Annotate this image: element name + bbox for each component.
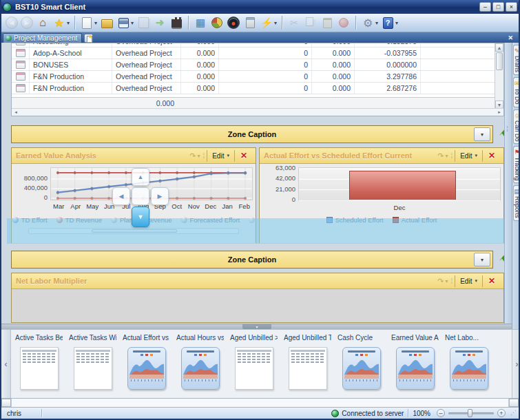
share-icon[interactable]: ↷: [189, 151, 196, 160]
chevron-down-icon[interactable]: ▾: [445, 278, 448, 284]
scrollbar-track[interactable]: [11, 399, 509, 407]
dock-right-button[interactable]: ▶: [151, 187, 169, 205]
nlm-panel-header[interactable]: Net Labor Multiplier ↷ ▾ ⁞ Edit ▾ ✕: [12, 273, 503, 289]
zoom-in-button[interactable]: +: [497, 409, 506, 417]
thumb-title-bar: [348, 350, 375, 353]
scroll-right-icon[interactable]: ▸: [495, 109, 503, 116]
gallery-item[interactable]: Active Tasks With...: [69, 334, 116, 390]
effort-edit-button[interactable]: Edit ▾: [455, 150, 483, 162]
share-icon[interactable]: ↷: [437, 151, 444, 160]
scrollbar-right-button[interactable]: [509, 399, 519, 407]
gallery-item[interactable]: Net Labo...: [445, 334, 492, 390]
dropdown-caret-icon[interactable]: ▾: [395, 20, 398, 26]
help-button[interactable]: ▾: [379, 14, 399, 31]
home-button[interactable]: ⌂: [34, 14, 51, 31]
dropdown-caret-icon[interactable]: ▾: [131, 20, 134, 26]
table-thumbnail[interactable]: [235, 347, 273, 390]
scrollbar-left-button[interactable]: [1, 399, 11, 407]
chart-thumbnail[interactable]: [342, 347, 381, 390]
dock-left-button[interactable]: ◀: [112, 187, 130, 205]
send-button[interactable]: ➜: [152, 14, 168, 31]
vertical-splitter[interactable]: ⁞: [504, 43, 512, 324]
drag-grip-icon[interactable]: ⁞: [450, 152, 452, 160]
open-button[interactable]: [98, 14, 115, 31]
titlebar[interactable]: BST10 Smart Client – □ ×: [0, 0, 520, 14]
zoom-slider[interactable]: [448, 409, 494, 417]
dropdown-caret-icon[interactable]: ▾: [67, 20, 70, 26]
nlm-close-button[interactable]: ✕: [483, 275, 499, 287]
maximize-button[interactable]: □: [492, 2, 504, 12]
new-document-button[interactable]: ▾: [79, 14, 98, 31]
zoom-slider-knob[interactable]: [468, 409, 472, 417]
chart-thumbnail[interactable]: [127, 347, 166, 390]
zone-caption-top[interactable]: Zone Caption ▾ ⚑: [11, 125, 493, 143]
dropdown-caret-icon[interactable]: ▾: [375, 20, 378, 26]
sidebar-tab-can-do[interactable]: ☺Can Do: [513, 109, 520, 145]
zoom-out-button[interactable]: –: [437, 409, 445, 417]
gallery-next-button[interactable]: ›: [512, 330, 520, 398]
dock-bottom-button[interactable]: ▼: [132, 207, 149, 227]
scroll-thumb[interactable]: [496, 52, 503, 70]
dock-top-button[interactable]: ▲: [132, 168, 149, 186]
chart-thumbnail[interactable]: [181, 347, 220, 390]
drag-grip-icon[interactable]: ⁞: [202, 152, 204, 160]
dropdown-caret-icon[interactable]: ▾: [94, 20, 97, 26]
table-row[interactable]: Adop-A-SchoolOverhead Project0.00000.000…: [12, 48, 495, 59]
gallery-item[interactable]: Actual Effort vs Sc...: [123, 334, 170, 390]
eva-edit-button[interactable]: Edit ▾: [207, 150, 235, 162]
gallery-item[interactable]: Cash Cycle: [337, 334, 385, 390]
gallery-item[interactable]: Aged Unbilled Ta...: [284, 334, 331, 390]
gallery-item[interactable]: Active Tasks Behi...: [15, 334, 63, 390]
sidebar-tab-reports[interactable]: ▤Reports: [513, 185, 520, 221]
grid-horizontal-scrollbar[interactable]: ◂ ▸: [12, 108, 503, 116]
zone-caption-bottom[interactable]: Zone Caption ▾ ⚑: [11, 251, 493, 269]
nlm-edit-button[interactable]: Edit ▾: [455, 275, 483, 287]
drag-grip-icon[interactable]: ⁞: [450, 277, 452, 285]
scroll-left-icon[interactable]: ◂: [12, 109, 20, 116]
calculator-button[interactable]: [242, 14, 258, 31]
chart-thumbnail[interactable]: [450, 347, 488, 390]
save-button[interactable]: ▾: [115, 14, 135, 31]
tabstrip-close-icon[interactable]: ✕: [508, 34, 513, 41]
media-button[interactable]: [168, 14, 185, 31]
dropdown-caret-icon[interactable]: ▾: [274, 20, 277, 26]
table-thumbnail[interactable]: [289, 347, 327, 390]
table-thumbnail[interactable]: [74, 347, 112, 390]
gallery-item[interactable]: Aged Unbilled >...: [230, 334, 278, 390]
run-button[interactable]: ⚡▾: [258, 14, 278, 31]
table-thumbnail[interactable]: [20, 347, 59, 390]
gallery-splitter[interactable]: ▾: [1, 324, 512, 329]
dashboard-button[interactable]: [225, 14, 242, 31]
chevron-down-icon[interactable]: ▾: [197, 153, 200, 159]
new-tab-button[interactable]: [84, 34, 93, 43]
settings-button[interactable]: ⚙▾: [360, 14, 379, 31]
favorites-button[interactable]: ★▾: [51, 14, 71, 31]
share-icon[interactable]: ↷: [437, 277, 444, 286]
eva-close-button[interactable]: ✕: [235, 149, 251, 162]
data-grid-button[interactable]: ▦: [192, 14, 209, 31]
sidebar-tab-to-do[interactable]: ✉To Do: [513, 77, 520, 107]
gallery-prev-button[interactable]: ‹: [1, 330, 11, 398]
gallery-item[interactable]: Earned Value Ana...: [391, 334, 439, 390]
scroll-up-icon[interactable]: ▲: [495, 43, 503, 52]
chart-thumbnail[interactable]: [396, 347, 435, 390]
sidebar-tab-tracking[interactable]: ⚑Tracking: [513, 146, 520, 183]
zone-dropdown-button[interactable]: ▾: [474, 127, 490, 141]
dock-center-button[interactable]: [132, 187, 149, 205]
charts-button[interactable]: [209, 14, 225, 31]
effort-panel-header[interactable]: Actual Effort vs Scheduled Effort Curren…: [260, 148, 503, 164]
chevron-down-icon[interactable]: ▾: [445, 153, 448, 159]
zone-dropdown-button[interactable]: ▾: [474, 253, 490, 266]
effort-close-button[interactable]: ✕: [483, 149, 499, 162]
table-row[interactable]: F&N ProductionOverhead Project0.00000.00…: [12, 83, 495, 94]
close-button[interactable]: ×: [506, 2, 517, 12]
app-horizontal-scrollbar[interactable]: [1, 398, 519, 407]
eva-panel-header[interactable]: Earned Value Analysis ↷ ▾ ⁞ Edit ▾ ✕: [12, 148, 256, 164]
minimize-button[interactable]: –: [479, 2, 491, 12]
grid-vertical-scrollbar[interactable]: ▲ ▼: [495, 43, 503, 109]
table-row[interactable]: F&N ProductionOverhead Project0.00000.00…: [12, 71, 495, 83]
tab-project-management[interactable]: Project Management: [3, 33, 82, 43]
sidebar-tab-drafts[interactable]: ✎Drafts: [513, 45, 520, 75]
gallery-item[interactable]: Actual Hours vs S...: [176, 334, 224, 390]
table-row[interactable]: BONUSESOverhead Project0.00000.0000.0000…: [12, 59, 495, 71]
